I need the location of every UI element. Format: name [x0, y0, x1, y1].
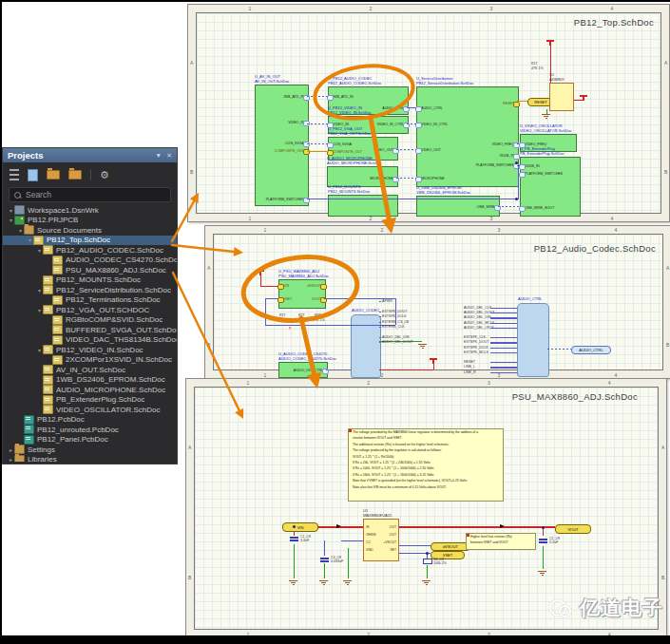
sheet-title-middle: PB12_Audio_Codec.SchDoc — [534, 243, 656, 254]
sheet-entry-pin — [278, 297, 284, 303]
sheet-entry-pin — [327, 95, 334, 101]
panel-title: Projects — [8, 150, 150, 161]
expand-open-icon[interactable]: ▾ — [36, 287, 43, 294]
sheet-entry: AUDIO_CTRL — [382, 106, 404, 110]
panel-close-icon[interactable]: ✕ — [166, 152, 172, 160]
tree-item-source-documents[interactable]: ▾Source Documents — [3, 225, 177, 236]
tree-item-label: PB12_VGA_OUT.SCHDOC — [56, 306, 149, 314]
tree-item-pb12-video-in-schdoc[interactable]: ▾PB12_VIDEO_IN.SchDoc — [3, 345, 177, 355]
expand-closed-icon[interactable]: ▸ — [8, 446, 14, 453]
capacitor — [320, 560, 329, 562]
tree-item-settings[interactable]: ▸Settings — [3, 445, 177, 455]
schdoc-icon — [52, 265, 63, 275]
zone-label: 3 — [498, 227, 501, 233]
component-label: C2_LR2.2uF — [549, 537, 560, 544]
port-dvsout: dVSOUT — [431, 542, 470, 551]
tree-item-pb12-unrouted-pcbdoc[interactable]: PB12_unrouted.PcbDoc — [3, 425, 177, 435]
gear-icon[interactable]: ⚙ — [100, 170, 109, 180]
text-label: 47K 1% — [297, 318, 309, 322]
expand-open-icon[interactable]: ▾ — [8, 207, 14, 214]
tree-item-label: AV_IN_OUT.SchDoc — [56, 366, 125, 374]
tree-item-workspace1-dsnwrk[interactable]: ▾Workspace1.DsnWrk — [3, 205, 177, 216]
tree-item-pb12-top-schdoc[interactable]: ▾PB12_Top.SchDoc — [3, 236, 177, 246]
sheet-entry: VIDEO_OUT — [373, 148, 393, 152]
wire — [433, 363, 434, 369]
expand-open-icon[interactable]: ▾ — [36, 307, 43, 313]
schdoc-icon — [52, 335, 63, 345]
expand-open-icon[interactable]: ▾ — [17, 227, 24, 234]
text-label: 4K7 1% — [278, 318, 290, 322]
tree-item-audio-microphone-schdoc[interactable]: AUDIO_MICROPHONE.SchDoc — [3, 385, 177, 395]
panel-menu-icon[interactable] — [10, 169, 19, 180]
sheet-entry: PLATFORM_SWITCHES — [525, 172, 563, 176]
sheet-entry: ONE_WIRE_BOOT — [525, 206, 554, 210]
expand-closed-icon[interactable]: ▸ — [8, 456, 14, 462]
tree-item-label: VIDEO_OSCILLATOR.SchDoc — [56, 406, 161, 414]
harness-pin-label: EXTSPK_DCLK — [382, 314, 407, 318]
sheet-entry-pin — [415, 106, 422, 112]
component-body — [549, 83, 574, 111]
zone-label: 1 — [264, 227, 267, 233]
expand-open-icon[interactable]: ▾ — [36, 347, 43, 353]
tree-item-buffered-svga-out-schdoc[interactable]: BUFFERED_SVGA_OUT.SchDoc — [3, 325, 177, 335]
expand-open-icon[interactable]: ▾ — [27, 237, 33, 243]
tree-item-pb12-panel-pcbdoc[interactable]: PB12_Panel.PcbDoc — [3, 435, 177, 445]
tree-item-audio-codec-cs4270-schdoc[interactable]: AUDIO_CODEC_CS4270.SchDoc — [3, 256, 177, 266]
tree-item-pb-extenderplug-schdoc[interactable]: PB_ExtenderPlug.SchDoc — [3, 395, 177, 406]
projects-panel-header[interactable]: Projects ▼ ✕ — [3, 148, 177, 162]
harness-pin-label: EXTERN_CS_LB — [382, 320, 409, 324]
open-project-icon[interactable] — [68, 170, 82, 180]
sheet-symbol-title: U_VIDEO_OSCILLATORVIDEO_OSCILLATOR.SchDo… — [520, 124, 572, 133]
tree-item-pb12-vga-out-schdoc[interactable]: ▾PB12_VGA_OUT.SCHDOC — [3, 305, 177, 315]
tree-item-pb12-mounts-schdoc[interactable]: PB12_MOUNTS.SchDoc — [3, 275, 177, 286]
panel-collapse-icon[interactable]: ▼ — [155, 152, 162, 159]
text-label: 47K 1% — [313, 318, 325, 322]
harness-pin-label: EXTSPK_DOUT — [382, 310, 407, 313]
pcbdoc-icon — [24, 435, 34, 445]
new-document-icon[interactable] — [28, 169, 38, 181]
zone-label: 4 — [611, 216, 614, 221]
wire-arrow — [500, 524, 505, 528]
schdoc-icon — [43, 285, 53, 294]
schdoc-icon — [52, 295, 63, 305]
wire — [490, 317, 517, 318]
text-label: R1T — [531, 62, 538, 66]
tree-item-video-dac-ths8134b-schdoc[interactable]: VIDEO_DAC_THS8134B.SchDoc — [3, 335, 177, 346]
wire — [307, 199, 518, 199]
tree-item-psu-max8860-adj-schdoc[interactable]: PSU_MAX8860_ADJ.SchDoc — [3, 265, 177, 275]
sheet-entry: IN/B_ATD_IN — [283, 95, 304, 99]
wire — [307, 123, 328, 124]
tree-item-2xcompor1xsvid-in-schdoc[interactable]: 2XCOMPor1XSVID_IN.SchDoc — [3, 355, 177, 366]
zone-label: B — [661, 575, 664, 580]
tree-item-label: PB12_Terminations.SchDoc — [66, 295, 161, 304]
tree-item-label: PB12_ServiceDistribution.SchDoc — [56, 286, 171, 294]
open-folder-icon[interactable] — [47, 170, 60, 180]
tree-item-pb12-audio-codec-schdoc[interactable]: ▾PB12_AUDIO_CODEC.SchDoc — [3, 245, 177, 256]
tree-item-video-oscillator-schdoc[interactable]: VIDEO_OSCILLATOR.SchDoc — [3, 405, 177, 415]
harness-pin-label: AUDIO_DEL_DIN — [382, 335, 410, 339]
tree-item-1wb-ds2406-eprom-schdoc[interactable]: 1WB_DS2406_EPROM.SchDoc — [3, 375, 177, 386]
expand-open-icon[interactable]: ▾ — [36, 247, 43, 254]
wire — [260, 286, 278, 287]
tree-item-rgbtocomp-svid-schdoc[interactable]: RGBtoCOMP&SVID.SchDoc — [3, 315, 177, 326]
sheet-entry-pin — [513, 154, 520, 160]
zone-label: 4 — [615, 227, 618, 233]
wire — [307, 143, 328, 144]
tree-item-pb12-prjpcb[interactable]: ▾PB12.PRJPCB — [3, 216, 177, 226]
sheet-symbol: VINVSETdVSOUTVOUT — [278, 279, 326, 309]
wire — [490, 372, 517, 373]
tree-item-libraries[interactable]: ▸Libraries — [3, 455, 177, 463]
sheet-entry: VDDB_IN — [499, 154, 514, 158]
schematic-window-top[interactable]: 11223344AABBU_AV_IN_OUTAV_IN_OUT.SchDocI… — [187, 4, 670, 222]
tree-item-pb12-servicedistribution-schdoc[interactable]: ▾PB12_ServiceDistribution.SchDoc — [3, 285, 177, 295]
sheet-symbol-title: U_PSU_MAX8860_ADJPSU_MAX8860_ADJ.SchDoc — [278, 270, 329, 278]
tree-item-av-in-out-schdoc[interactable]: AV_IN_OUT.SchDoc — [3, 365, 177, 375]
tree-item-pb12-terminations-schdoc[interactable]: PB12_Terminations.SchDoc — [3, 295, 177, 306]
expand-open-icon[interactable]: ▾ — [8, 217, 14, 223]
schematic-window-middle[interactable]: 11223344AABBU_PSU_MAX8860_ADJPSU_MAX8860… — [204, 225, 670, 379]
wire — [379, 316, 381, 317]
search-input[interactable]: Search — [9, 187, 171, 202]
tree-item-label: Libraries — [28, 455, 57, 462]
junction-dot — [515, 161, 518, 164]
tree-item-pb12-pcbdoc[interactable]: PB12.PcbDoc — [3, 415, 177, 426]
